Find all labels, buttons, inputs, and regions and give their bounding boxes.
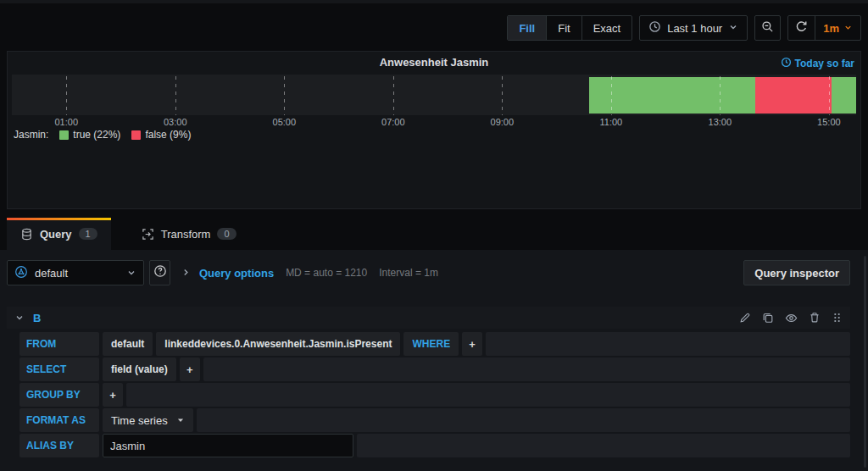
chevron-right-icon	[181, 265, 191, 280]
query-row-alias-by: ALIAS BY	[19, 434, 850, 457]
chevron-down-icon	[126, 268, 136, 278]
tab-transform[interactable]: Transform 0	[128, 218, 250, 250]
chevron-down-icon	[843, 22, 853, 35]
query-inspector-button[interactable]: Query inspector	[743, 260, 850, 285]
panel-title: Anwesenheit Jasmin	[8, 56, 860, 69]
collapse-caret-icon[interactable]	[14, 313, 25, 323]
tab-transform-count-badge: 0	[217, 228, 236, 240]
drag-handle-icon[interactable]	[832, 312, 843, 324]
add-select-part-button[interactable]: +	[180, 357, 200, 381]
time-axis: 01:0003:0005:0007:0009:0011:0013:0015:00	[12, 117, 856, 130]
add-group-by-button[interactable]: +	[103, 383, 123, 407]
view-mode-fill-button[interactable]: Fill	[508, 16, 547, 40]
from-measurement-part[interactable]: linkeddevices.0.Anwesenheit.Jasmin.isPre…	[156, 332, 400, 356]
tab-query-count-badge: 1	[79, 228, 97, 240]
axis-tick-label: 07:00	[381, 117, 405, 127]
time-range-label: Last 1 hour	[667, 22, 722, 35]
datasource-picker[interactable]: default	[7, 260, 144, 285]
gridline	[611, 76, 612, 115]
tab-transform-label: Transform	[161, 228, 211, 241]
gridline	[66, 76, 67, 115]
duplicate-query-icon[interactable]	[762, 312, 774, 324]
query-row-group-by: GROUP BY +	[19, 383, 850, 407]
axis-tick-label: 09:00	[491, 117, 515, 127]
view-mode-fit-button[interactable]: Fit	[547, 16, 581, 40]
datasource-help-button[interactable]	[149, 260, 170, 285]
legend-series-name: Jasmin:	[14, 129, 48, 141]
format-as-dropdown[interactable]: Time series	[103, 408, 193, 432]
gridline	[175, 76, 176, 115]
toggle-visibility-icon[interactable]	[785, 312, 798, 324]
scrollbar[interactable]	[864, 256, 866, 468]
from-label: FROM	[19, 332, 99, 356]
query-options-row: Query options MD = auto = 1210 Interval …	[181, 260, 438, 285]
chevron-down-icon	[728, 22, 738, 35]
database-icon	[20, 228, 33, 241]
max-data-points-summary: MD = auto = 1210	[286, 267, 367, 279]
interval-summary: Interval = 1m	[379, 267, 438, 279]
row-filler	[126, 383, 850, 407]
legend-item[interactable]: false (9%)	[131, 129, 191, 141]
legend-swatch	[131, 130, 141, 140]
add-where-clause-button[interactable]: +	[462, 332, 482, 356]
timeline-plot[interactable]	[12, 75, 856, 115]
query-row-format-as: FORMAT AS Time series	[19, 408, 850, 432]
view-mode-group: Fill Fit Exact	[507, 15, 632, 41]
axis-tick-label: 05:00	[273, 117, 297, 127]
gridline	[502, 76, 503, 115]
select-field-part[interactable]: field (value)	[103, 357, 176, 381]
legend: Jasmin: true (22%)false (9%)	[14, 129, 191, 141]
timeline-segment-false	[755, 77, 832, 114]
legend-items: true (22%)false (9%)	[59, 129, 191, 141]
axis-tick-label: 15:00	[817, 117, 841, 127]
refresh-interval-dropdown[interactable]: 1m	[815, 16, 860, 40]
timeline-panel: Anwesenheit Jasmin Today so far 01:0003:…	[7, 51, 861, 209]
refresh-picker: 1m	[787, 15, 861, 41]
query-editor-pane: default Query options MD = auto = 1210 I…	[0, 250, 868, 471]
zoom-out-button[interactable]	[754, 15, 781, 41]
clock-icon	[648, 20, 661, 36]
refresh-interval-label: 1m	[823, 22, 839, 35]
axis-tick-label: 11:00	[599, 117, 622, 127]
from-policy-part[interactable]: default	[103, 332, 153, 356]
edit-pane-tabs: Query 1 Transform 0	[7, 218, 861, 250]
gridline	[393, 76, 394, 115]
window-top-edge	[0, 0, 868, 3]
query-row-select: SELECT field (value) +	[19, 357, 850, 381]
edit-query-icon[interactable]	[739, 312, 751, 324]
legend-swatch	[59, 130, 69, 140]
time-range-picker[interactable]: Last 1 hour	[639, 15, 748, 41]
panel-edit-toolbar: Fill Fit Exact Last 1 hour 1m	[507, 15, 861, 41]
query-options-toggle[interactable]: Query options	[181, 265, 274, 280]
format-as-value: Time series	[111, 414, 168, 427]
clock-icon	[781, 57, 792, 70]
timeline-segment-true	[832, 77, 856, 114]
panel-time-info[interactable]: Today so far	[781, 57, 854, 70]
axis-tick-label: 03:00	[164, 117, 187, 127]
zoom-out-icon	[761, 20, 774, 36]
datasource-value: default	[35, 267, 68, 280]
panel-time-info-label: Today so far	[795, 58, 854, 69]
gridline	[284, 76, 285, 115]
view-mode-exact-button[interactable]: Exact	[582, 16, 632, 40]
query-row-from: FROM default linkeddevices.0.Anwesenheit…	[19, 332, 850, 356]
query-row-header[interactable]: B	[7, 307, 850, 329]
axis-tick-label: 01:00	[54, 117, 78, 127]
alias-by-input[interactable]	[103, 434, 353, 457]
grafana-panel-edit-page: { "toolbar": { "view_modes": [ { "label"…	[0, 0, 868, 471]
chevron-down-icon	[176, 416, 185, 424]
gridline	[720, 76, 721, 115]
query-ref-id: B	[33, 312, 41, 324]
alias-by-label: ALIAS BY	[19, 434, 99, 457]
legend-item[interactable]: true (22%)	[59, 129, 120, 141]
row-filler	[197, 408, 850, 432]
tab-query[interactable]: Query 1	[7, 218, 111, 250]
transform-icon	[142, 228, 154, 241]
refresh-icon	[795, 20, 808, 36]
refresh-button[interactable]	[788, 16, 815, 40]
row-filler	[357, 434, 850, 457]
help-circle-icon	[153, 264, 167, 281]
delete-query-icon[interactable]	[809, 312, 821, 324]
row-filler	[486, 332, 850, 356]
select-label: SELECT	[19, 357, 99, 381]
